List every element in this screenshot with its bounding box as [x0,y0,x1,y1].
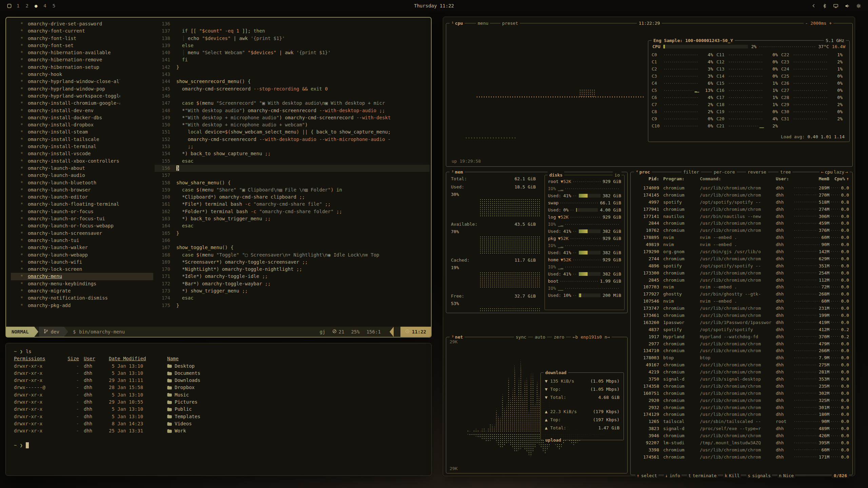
process-row[interactable]: 3823 signal-d /proc/self/exe --type=r dh… [635,425,849,432]
code-line[interactable]: 166 [155,237,430,244]
workspace-button[interactable]: 5 [53,3,55,8]
mem-box-title[interactable]: ²mem [450,169,465,175]
code-line[interactable]: 171 *Idle*) omarchy-toggle-idle ;; [155,273,430,280]
code-line[interactable]: 175 } [155,302,430,309]
code-line[interactable]: 144 show_screenrecord_menu() { [155,78,430,85]
process-row[interactable]: 179290 org.gnom /usr/bin/gjs /usr/lib/o … [635,248,849,255]
code-line[interactable]: 140 │ menu "Select Webcam" "$devices" | … [155,49,430,56]
code-line[interactable]: 141 fi [155,56,430,63]
file-item[interactable]: * omarchy-install-steam [11,128,153,136]
code-line[interactable]: 164 esac [155,222,430,229]
os-logo-icon[interactable] [7,3,12,8]
process-row[interactable]: 173747 chromium /usr/lib/chromium/chrom … [635,305,849,312]
process-row[interactable]: 4997 spotify /opt/spotify/spotify -- dhh… [635,199,849,206]
process-row[interactable]: 1265 tailscal /usr/sbin/tailscaled -- ro… [635,418,849,425]
code-line[interactable]: 146 [155,93,430,100]
file-item[interactable]: * omarchy-launch-webapp [11,251,153,259]
per-core-button[interactable]: per-core [712,169,737,175]
process-row[interactable]: 49819 nvim nvim --embed . dhh 90M 0.0 [635,241,849,248]
workspace-button[interactable]: ● [35,3,37,8]
refresh-interval-control[interactable]: - 2000ms + [804,20,833,26]
file-item[interactable]: * omarchy-hyprland-window-pop [11,85,153,93]
file-item[interactable]: * omarchy-install-dev-env [11,107,153,114]
process-row[interactable]: 173300 chromium /usr/lib/chromium/chrom … [635,269,849,277]
file-item[interactable]: * omarchy-launch-about [11,165,153,172]
file-item[interactable]: * omarchy-launch-tui [11,237,153,244]
file-item[interactable]: * omarchy-hibernation-setup [11,64,153,71]
process-row[interactable]: 2932 chromium /usr/lib/chromium/chrom dh… [635,404,849,411]
file-item[interactable]: * omarchy-pkg-add [11,302,153,309]
process-row[interactable]: 174358 chromium /usr/lib/chromium/chrom … [635,383,849,390]
code-line[interactable]: 158 show_share_menu() { [155,179,430,186]
code-line[interactable]: 151 local device=$(show_webcam_select_me… [155,128,430,136]
process-row[interactable]: 2844 chromium /usr/lib/chromium/chrom dh… [635,220,849,227]
process-row[interactable]: 134710 chromium /usr/lib/chromium/chrom … [635,347,849,354]
process-row[interactable]: 174009 chromium /usr/lib/chromium/chrom … [635,184,849,191]
code-line[interactable]: 172 *Bar*) omarchy-toggle-waybar ;; [155,280,430,287]
file-item[interactable]: * omarchy-notification-dismiss [11,294,153,302]
code-line[interactable]: 163 *) back_to show_trigger_menu ;; [155,215,430,222]
display-icon[interactable] [833,3,839,8]
process-row[interactable]: 3750 signal-d /usr/lib/signal-desktop dh… [635,375,849,383]
process-row[interactable]: 2744 chromium /usr/lib/chromium/chrom dh… [635,255,849,262]
file-item[interactable]: * omarchy-launch-bluetooth [11,179,153,186]
file-item[interactable]: * omarchy-menu-keybindings [11,280,153,287]
code-line[interactable]: 162 *Folder*) terminal bash -c "omarchy-… [155,208,430,215]
file-item[interactable]: * omarchy-launch-browser [11,186,153,194]
io-mode-button[interactable]: io [613,172,622,178]
code-line[interactable]: 145 omarchy-cmd-screenrecord --stop-reco… [155,85,430,93]
file-item[interactable]: * omarchy-drive-set-password [11,20,153,27]
menu-button[interactable]: menu [476,20,490,26]
workspace-button[interactable]: 4 [43,3,46,8]
file-item[interactable]: * omarchy-install-vscode [11,150,153,157]
footer-action[interactable]: t terminate [687,473,718,478]
process-row[interactable]: 177927 ghostty /usr/bin/ghostty --gtk- d… [635,290,849,298]
process-row[interactable]: 4896 spotify /opt/spotify/spotify -- dhh… [635,262,849,269]
code-line[interactable]: 154 *) back_to show_capture_menu ;; [155,150,430,157]
settings-gear-icon[interactable] [856,3,861,8]
code-line[interactable]: 170 *NightLight*) omarchy-toggle-nightli… [155,266,430,273]
file-item[interactable]: * omarchy-font-list [11,35,153,42]
bluetooth-icon[interactable] [822,3,827,8]
file-item[interactable]: * omarchy-launch-or-focus-webapp [11,222,153,229]
process-row[interactable]: 163260 1passwor /usr/lib/1Password/1pass… [635,319,849,326]
code-line[interactable]: 152 omarchy-cmd-screenrecord --with-desk… [155,136,430,143]
process-row[interactable]: 2845 chromium /usr/lib/chromium/chrom dh… [635,277,849,284]
file-item[interactable]: * omarchy-install-chromium-google-a [11,100,153,107]
process-row[interactable]: 174129 chromium /usr/lib/chromium/chrom … [635,411,849,418]
code-line[interactable]: 149 *"With desktop + microphone audio") … [155,114,430,121]
file-item[interactable]: * omarchy-hook [11,71,153,78]
code-line[interactable]: 157 [155,172,430,179]
code-line[interactable]: 147 case $(menu "Screenrecord" "▣ With d… [155,100,430,107]
terminal-window[interactable]: ~ ❯ ls Permissions Size User Date Modifi… [5,343,432,476]
code-line[interactable]: 159 case $(menu "Share" "▣ Clipboard\n▤ … [155,186,430,194]
code-line[interactable]: 136 [155,20,430,27]
code-line[interactable]: 160 *Clipboard*) omarchy-cmd-share clipb… [155,194,430,201]
sort-selector[interactable]: ← cpu lazy → [820,169,850,175]
process-row[interactable]: 174145 chromium /usr/lib/chromium/chrom … [635,191,849,199]
tray-expander-icon[interactable] [811,3,816,8]
file-item[interactable]: * omarchy-hyprland-window-close-all [11,78,153,85]
process-row[interactable]: 3946 chromium /usr/lib/chromium/chrom dh… [635,432,849,439]
code-line[interactable]: 169 *Screensaver*) omarchy-toggle-screen… [155,259,430,266]
file-item[interactable]: * omarchy-menu [11,273,153,280]
code-line[interactable]: 168 case $(menu "Toggle" "▢ Screensaver\… [155,251,430,259]
volume-icon[interactable] [845,3,850,8]
code-line[interactable]: 161 *File*) terminal bash -c "omarchy-cm… [155,201,430,208]
code-line[interactable]: 153 ;; [155,143,430,150]
code-line[interactable]: 155 esac [155,158,430,165]
workspace-button[interactable]: 1 [17,3,19,8]
process-row[interactable]: 92207 lm-studi /tmp/.mount_lmstudw3AZQ d… [635,439,849,446]
process-row[interactable]: 2977 chromium /usr/lib/chromium/chrom dh… [635,340,849,347]
file-item[interactable]: * omarchy-lock-screen [11,266,153,273]
file-item[interactable]: * omarchy-launch-or-focus-tui [11,215,153,222]
process-row[interactable]: 173461 chromium /usr/lib/chromium/chrom … [635,312,849,319]
workspace-button[interactable]: 2 [25,3,28,8]
code-line[interactable]: 173 *) show_trigger_menu ;; [155,287,430,294]
file-item[interactable]: * omarchy-launch-walker [11,244,153,251]
process-row[interactable]: 4837 spotify /opt/spotify/spotify dhh 41… [635,326,849,333]
process-row[interactable]: 160751 chromium /usr/lib/chromium/chrom … [635,390,849,397]
prompt-line-2[interactable]: ~ ❯ [14,442,423,449]
process-row[interactable]: 2920 chromium /usr/lib/chromium/chrom dh… [635,397,849,404]
filter-button[interactable]: filter [682,169,701,175]
